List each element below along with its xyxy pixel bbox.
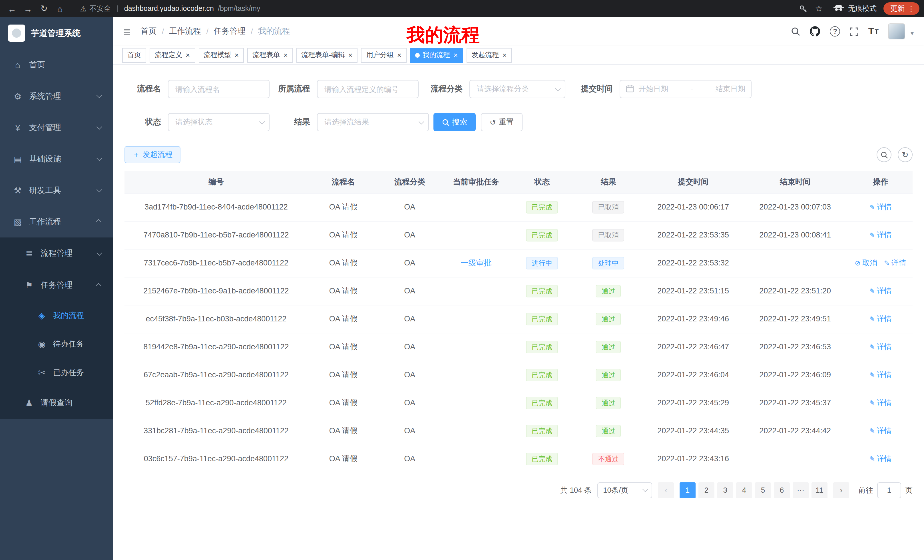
breadcrumb-item-workflow[interactable]: 工作流程 bbox=[169, 26, 201, 36]
cell-result: 通过 bbox=[573, 389, 645, 417]
sidebar-item[interactable]: ≣流程管理 bbox=[0, 238, 113, 270]
page-button-2[interactable]: 2 bbox=[698, 482, 714, 498]
table-row: 7470a810-7b9b-11ec-b5b7-acde48001122OA 请… bbox=[124, 221, 913, 249]
close-icon[interactable]: × bbox=[186, 51, 190, 59]
show-search-toggle-button[interactable] bbox=[877, 147, 891, 162]
tab-item[interactable]: 用户分组× bbox=[361, 48, 406, 63]
detail-link[interactable]: ✎详情 bbox=[884, 258, 906, 268]
sidebar-toggle-icon[interactable]: ≡ bbox=[123, 25, 130, 37]
detail-link[interactable]: ✎详情 bbox=[870, 286, 892, 296]
address-bar[interactable]: ⚠ 不安全 | dashboard.yudao.iocoder.cn/bpm/t… bbox=[80, 4, 260, 13]
chevron-down-icon bbox=[96, 93, 102, 98]
tab-active[interactable]: 我的流程× bbox=[410, 48, 463, 63]
detail-link[interactable]: ✎详情 bbox=[870, 454, 892, 464]
sidebar-item[interactable]: ⚒研发工具 bbox=[0, 175, 113, 206]
submit-time-range-picker[interactable]: 开始日期 - 结束日期 bbox=[620, 80, 752, 98]
github-icon[interactable] bbox=[810, 26, 820, 36]
detail-link[interactable]: ✎详情 bbox=[870, 202, 892, 212]
prev-page-button[interactable]: ‹ bbox=[658, 482, 674, 498]
search-icon[interactable] bbox=[791, 27, 800, 36]
font-size-small-t: T bbox=[874, 28, 878, 35]
breadcrumb-item-current: 我的流程 bbox=[258, 26, 290, 36]
page-button-4[interactable]: 4 bbox=[736, 482, 752, 498]
result-badge: 通过 bbox=[596, 368, 621, 381]
page-button-11[interactable]: 11 bbox=[812, 482, 828, 498]
update-button[interactable]: 更新 ⋮ bbox=[884, 2, 920, 15]
close-icon[interactable]: × bbox=[453, 51, 458, 59]
reload-icon[interactable]: ↻ bbox=[36, 2, 51, 15]
chevron-down-icon[interactable]: ▾ bbox=[910, 30, 914, 37]
tab-item[interactable]: 流程模型× bbox=[198, 48, 244, 63]
forward-icon[interactable]: → bbox=[21, 2, 35, 15]
cell-current-task bbox=[441, 389, 512, 417]
sidebar-item[interactable]: ◉待办任务 bbox=[0, 330, 113, 358]
cancel-link[interactable]: ⊘取消 bbox=[855, 258, 877, 268]
reset-button[interactable]: ↺ 重置 bbox=[481, 113, 522, 131]
status-select[interactable]: 请选择状态 bbox=[168, 113, 270, 131]
sidebar-item[interactable]: ¥支付管理 bbox=[0, 112, 113, 143]
process-definition-input[interactable] bbox=[317, 80, 418, 98]
security-chip[interactable]: ⚠ 不安全 bbox=[80, 4, 111, 13]
create-process-button[interactable]: ＋ 发起流程 bbox=[124, 146, 180, 163]
key-icon[interactable] bbox=[795, 2, 810, 15]
tab-item[interactable]: 发起流程× bbox=[466, 48, 512, 63]
sidebar-item-label: 系统管理 bbox=[29, 91, 61, 101]
tab-item[interactable]: 首页 bbox=[122, 48, 146, 63]
detail-link[interactable]: ✎详情 bbox=[870, 370, 892, 380]
detail-link[interactable]: ✎详情 bbox=[870, 230, 892, 240]
logo[interactable]: 芋道管理系统 bbox=[0, 17, 113, 49]
cell-status: 已完成 bbox=[512, 361, 573, 389]
page-size-select[interactable]: 10条/页 bbox=[597, 482, 652, 498]
fullscreen-icon[interactable] bbox=[850, 27, 859, 36]
breadcrumb-item-task[interactable]: 任务管理 bbox=[214, 26, 246, 36]
tab-label: 首页 bbox=[128, 50, 141, 60]
tab-item[interactable]: 流程定义× bbox=[150, 48, 195, 63]
browser-home-icon[interactable]: ⌂ bbox=[52, 2, 68, 15]
sidebar-item[interactable]: ◈我的流程 bbox=[0, 301, 113, 330]
column-header: 结束时间 bbox=[742, 171, 848, 193]
bookmark-star-icon[interactable]: ☆ bbox=[812, 2, 826, 15]
sidebar-item[interactable]: ⚙系统管理 bbox=[0, 81, 113, 112]
close-icon[interactable]: × bbox=[397, 51, 402, 59]
next-page-button[interactable]: › bbox=[833, 482, 849, 498]
breadcrumb-item-home[interactable]: 首页 bbox=[141, 26, 157, 36]
sidebar-item[interactable]: ⚑任务管理 bbox=[0, 270, 113, 301]
current-task-link[interactable]: 一级审批 bbox=[461, 258, 492, 267]
page-button-6[interactable]: 6 bbox=[774, 482, 790, 498]
page-button-5[interactable]: 5 bbox=[755, 482, 771, 498]
refresh-button[interactable]: ↻ bbox=[898, 147, 913, 162]
font-size-icon[interactable]: TT bbox=[868, 26, 879, 37]
browser-menu-icon[interactable]: ⋮ bbox=[906, 4, 916, 13]
chevron-down-icon bbox=[96, 155, 102, 161]
more-pages-button[interactable]: ··· bbox=[793, 482, 808, 498]
category-select[interactable]: 请选择流程分类 bbox=[470, 80, 566, 98]
detail-link[interactable]: ✎详情 bbox=[870, 425, 892, 436]
sidebar-item[interactable]: ⌂首页 bbox=[0, 49, 113, 81]
detail-link[interactable]: ✎详情 bbox=[870, 314, 892, 324]
process-name-input[interactable] bbox=[168, 80, 270, 98]
tab-item[interactable]: 流程表单-编辑× bbox=[296, 48, 358, 63]
navbar-actions: ? TT ▾ bbox=[791, 23, 914, 39]
sidebar-item[interactable]: ✂已办任务 bbox=[0, 358, 113, 387]
page-button-3[interactable]: 3 bbox=[717, 482, 733, 498]
back-icon[interactable]: ← bbox=[4, 2, 20, 15]
cell-category: OA bbox=[379, 277, 441, 305]
close-icon[interactable]: × bbox=[348, 51, 352, 59]
sidebar-item[interactable]: ▤基础设施 bbox=[0, 143, 113, 175]
filter-row-2: 状态 请选择状态 结果 请选择流结果 搜索 ↺ 重置 bbox=[124, 113, 913, 131]
help-icon[interactable]: ? bbox=[830, 26, 840, 36]
close-icon[interactable]: × bbox=[234, 51, 239, 59]
detail-link[interactable]: ✎详情 bbox=[870, 341, 892, 352]
tab-item[interactable]: 流程表单× bbox=[247, 48, 292, 63]
page-button-1[interactable]: 1 bbox=[680, 482, 696, 498]
close-icon[interactable]: × bbox=[502, 51, 507, 59]
goto-page-input[interactable] bbox=[877, 482, 901, 498]
sidebar-item[interactable]: ▧工作流程 bbox=[0, 206, 113, 238]
sidebar-item[interactable]: ♟请假查询 bbox=[0, 387, 113, 419]
detail-link[interactable]: ✎详情 bbox=[870, 398, 892, 408]
search-button[interactable]: 搜索 bbox=[434, 113, 476, 131]
result-select[interactable]: 请选择流结果 bbox=[317, 113, 429, 131]
avatar[interactable] bbox=[888, 23, 906, 39]
close-icon[interactable]: × bbox=[283, 51, 288, 59]
sidebar-menu: ⌂首页⚙系统管理¥支付管理▤基础设施⚒研发工具▧工作流程≣流程管理⚑任务管理◈我… bbox=[0, 49, 113, 419]
